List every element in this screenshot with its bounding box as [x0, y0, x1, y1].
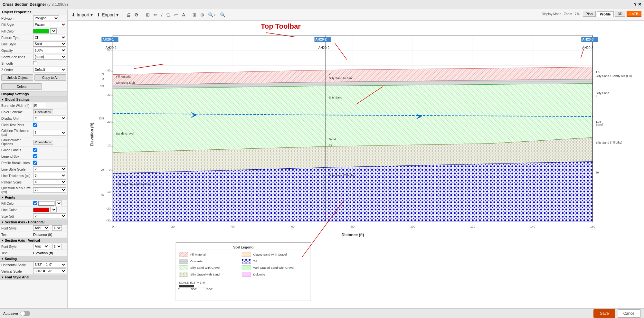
section-axis-v-font-value[interactable]: Arial 14	[32, 243, 67, 249]
opacity-select[interactable]: 100%	[33, 48, 66, 53]
section-axis-v-font-select[interactable]: Arial	[33, 244, 49, 249]
unlock-button[interactable]: Unlock Object	[1, 74, 33, 81]
z-order-select[interactable]: Default	[33, 67, 66, 72]
question-mark-size-select[interactable]: 72	[33, 187, 66, 193]
borehole-width-input[interactable]	[33, 103, 46, 108]
line-style-select[interactable]: Solid	[33, 41, 66, 47]
horizontal-scale-row: Horizontal Scale 3/32" = 1'-0"	[0, 262, 67, 268]
gridline-thickness-row: Gridline Thickness (px) 1	[0, 128, 67, 137]
lotb-mode-button[interactable]: LoTB	[627, 11, 641, 17]
display-unit-select[interactable]: ft	[33, 116, 66, 121]
points-size-value[interactable]: 20	[32, 213, 67, 219]
show-on-lines-select[interactable]: (none)	[33, 54, 66, 60]
smooth-checkbox[interactable]	[33, 61, 37, 65]
autosave-toggle[interactable]	[20, 311, 30, 316]
text-button[interactable]: A	[181, 12, 186, 18]
fill-color-swatch[interactable]	[33, 29, 49, 33]
zoom-out-button[interactable]: 🔍-	[219, 12, 228, 18]
copy-to-button[interactable]: Copy to All	[34, 74, 66, 81]
groundwater-value[interactable]: Open Menu	[32, 139, 67, 145]
depth-4-5-left: 4.5	[100, 84, 104, 87]
action-buttons: Unlock Object Copy to All	[0, 73, 67, 82]
zoom-in-button[interactable]: 🔍+	[207, 12, 217, 18]
import-button[interactable]: ⬇ Import ▾	[70, 12, 94, 18]
pattern-type-value[interactable]: CH	[32, 34, 67, 41]
help-icon[interactable]: ?	[634, 2, 637, 7]
color-scheme-value[interactable]: Open Menu	[32, 109, 67, 115]
smooth-value[interactable]	[32, 61, 67, 66]
field-test-plots-label: Field Test Plots	[0, 122, 32, 127]
pencil-button[interactable]: ✏	[152, 12, 159, 18]
legend-box[interactable]	[176, 242, 311, 301]
points-line-swatch[interactable]	[33, 208, 49, 212]
pattern-type-select[interactable]: CH	[33, 35, 66, 40]
groundwater-button[interactable]: Open Menu	[33, 140, 53, 145]
cancel-button[interactable]: Cancel	[618, 309, 641, 318]
section-axis-v-size-select[interactable]: 14	[52, 244, 62, 249]
3d-mode-button[interactable]: 3D	[615, 11, 625, 17]
filter-button[interactable]: ⊞	[145, 12, 151, 18]
horizontal-scale-value[interactable]: 3/32" = 1'-0"	[32, 262, 67, 268]
canvas-area[interactable]: Top Toolbar Property Grid Guide Labels D…	[68, 21, 644, 308]
points-fill-checkbox[interactable]	[33, 201, 37, 205]
points-line-color-value	[32, 207, 67, 213]
fill-style-select[interactable]: Pattern	[33, 22, 66, 27]
line-style-scale-value[interactable]: 2	[32, 166, 67, 172]
legend-box-checkbox[interactable]	[33, 154, 37, 158]
select-button[interactable]: ⊕	[199, 12, 205, 18]
field-test-plots-checkbox[interactable]	[33, 123, 37, 127]
points-fill-color-row: Fill Color	[0, 200, 67, 207]
display-unit-value[interactable]: ft	[32, 115, 67, 121]
points-fill-select[interactable]	[55, 201, 62, 206]
field-test-plots-value[interactable]	[32, 122, 67, 127]
gridline-thickness-value[interactable]: 1	[32, 130, 67, 136]
borehole-width-value[interactable]	[32, 102, 67, 108]
legend-label-well-graded: Well Graded Sand With Gravel	[253, 266, 294, 269]
show-on-lines-value[interactable]: (none)	[32, 54, 67, 60]
horizontal-scale-select[interactable]: 3/32" = 1'-0"	[33, 262, 66, 267]
grid-button[interactable]: ⊞	[191, 12, 198, 18]
delete-button[interactable]: Delete	[1, 83, 42, 90]
line-thickness-select[interactable]: 3	[33, 173, 66, 178]
bottom-buttons: Save Cancel	[593, 309, 641, 318]
question-mark-size-value[interactable]: 72	[32, 187, 67, 193]
section-axis-h-size-select[interactable]: 14	[52, 225, 62, 231]
section-axis-h-font-value[interactable]: Arial 14	[32, 225, 67, 231]
points-line-select[interactable]	[50, 207, 57, 212]
fill-style-value[interactable]: Pattern	[32, 22, 67, 28]
z-order-value[interactable]: Default	[32, 67, 67, 73]
pattern-scale-select[interactable]: 4	[33, 179, 66, 185]
polygon-button[interactable]: ⬠	[165, 12, 172, 18]
line-style-scale-select[interactable]: 2	[33, 166, 66, 172]
points-fill-swatch[interactable]	[38, 201, 54, 206]
points-size-select[interactable]: 20	[33, 213, 66, 219]
legend-box-value[interactable]	[32, 154, 67, 159]
print-button[interactable]: 🖨	[125, 12, 132, 18]
pattern-scale-value[interactable]: 4	[32, 179, 67, 185]
profile-break-lines-checkbox[interactable]	[33, 161, 37, 165]
line-button[interactable]: /	[160, 12, 164, 18]
guide-labels-value[interactable]	[32, 147, 67, 152]
vertical-scale-select[interactable]: 3/16" = 1'-0"	[33, 268, 66, 274]
profile-mode-button[interactable]: Profile	[597, 11, 614, 17]
vertical-scale-value[interactable]: 3/16" = 1'-0"	[32, 268, 67, 274]
opacity-value[interactable]: 100%	[32, 47, 67, 53]
guide-labels-checkbox[interactable]	[33, 148, 37, 152]
line-thickness-row: Line Thickness (px) 3	[0, 173, 67, 179]
rect-button[interactable]: ▭	[173, 12, 180, 18]
save-button[interactable]: Save	[593, 309, 615, 318]
fill-color-select[interactable]	[50, 28, 57, 34]
plan-mode-button[interactable]: Plan	[583, 11, 596, 17]
close-icon[interactable]: ✕	[638, 2, 641, 7]
settings-button[interactable]: ⚙	[133, 12, 140, 18]
profile-break-lines-value[interactable]	[32, 160, 67, 165]
export-button[interactable]: ⬆ Export ▾	[95, 12, 119, 18]
gridline-thickness-select[interactable]: 1	[33, 130, 66, 136]
line-style-value[interactable]: Solid	[32, 41, 67, 47]
silty-sand-till-layer[interactable]	[113, 189, 593, 221]
color-scheme-button[interactable]: Open Menu	[33, 109, 53, 114]
points-fill-color-value	[32, 200, 67, 206]
type-select[interactable]: Polygon	[33, 15, 59, 21]
section-axis-h-font-select[interactable]: Arial	[33, 225, 49, 231]
line-thickness-value[interactable]: 3	[32, 173, 67, 179]
